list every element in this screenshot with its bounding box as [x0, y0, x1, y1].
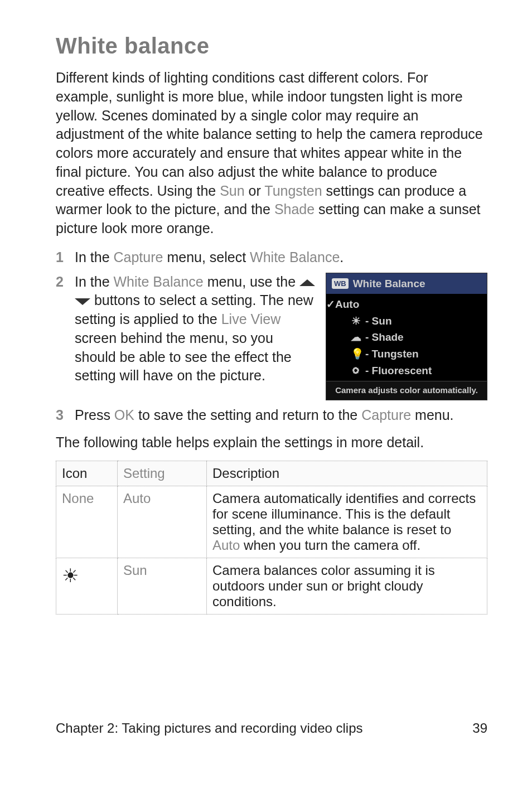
chapter-label: Chapter 2: Taking pictures and recording…: [56, 720, 363, 736]
header-description: Description: [207, 461, 487, 486]
live-view-term: Live View: [221, 311, 281, 327]
auto-term: Auto: [212, 538, 240, 553]
step-text: Press: [75, 407, 114, 423]
shade-term: Shade: [274, 201, 315, 217]
cell-description: Camera automatically identifies and corr…: [207, 486, 487, 558]
sun-term: Sun: [220, 183, 244, 199]
page-number: 39: [472, 720, 487, 736]
settings-table: Icon Setting Description None Auto Camer…: [56, 461, 487, 615]
capture-term: Capture: [361, 407, 411, 423]
header-icon: Icon: [56, 461, 118, 486]
cell-description: Camera balances color assuming it is out…: [207, 558, 487, 615]
intro-text: Different kinds of lighting conditions c…: [56, 70, 483, 199]
cell-icon: None: [56, 486, 118, 558]
tungsten-icon: 💡: [351, 347, 361, 361]
desc-text: when you turn the camera off.: [240, 538, 420, 553]
step-text: menu, use the: [204, 274, 299, 289]
wb-item-label: - Fluorescent: [365, 364, 432, 378]
wb-badge-icon: WB: [332, 278, 349, 289]
page-title: White balance: [56, 33, 487, 59]
page-footer: Chapter 2: Taking pictures and recording…: [56, 720, 487, 736]
sun-icon: ☀: [351, 314, 361, 328]
step-1: In the Capture menu, select White Balanc…: [56, 248, 487, 267]
table-intro: The following table helps explain the se…: [56, 434, 487, 451]
desc-text: Camera balances color assuming it is out…: [212, 563, 435, 609]
arrow-up-icon: [299, 279, 315, 286]
fluorescent-icon: ⭘: [351, 364, 361, 378]
step-text: In the: [75, 249, 114, 265]
table-header-row: Icon Setting Description: [56, 461, 487, 486]
wb-item-sun: ☀ - Sun: [326, 313, 487, 330]
step-3: Press OK to save the setting and return …: [56, 406, 487, 425]
table-row: None Auto Camera automatically identifie…: [56, 486, 487, 558]
cell-setting: Auto: [118, 486, 207, 558]
wb-item-label: - Shade: [365, 330, 404, 345]
step-text: screen behind the menu, so you should be…: [75, 330, 292, 384]
step-text: to save the setting and return to the: [134, 407, 361, 423]
wb-menu-title: White Balance: [353, 277, 425, 291]
wb-item-label: - Sun: [365, 314, 392, 328]
step-2-text: In the White Balance menu, use the butto…: [75, 273, 316, 386]
wb-item-auto: Auto: [326, 296, 487, 313]
capture-term: Capture: [114, 249, 163, 265]
sun-icon: ☀: [62, 566, 79, 585]
table-row: ☀ Sun Camera balances color assuming it …: [56, 558, 487, 615]
wb-item-fluorescent: ⭘ - Fluorescent: [326, 362, 487, 379]
wb-menu-footer: Camera adjusts color automatically.: [326, 381, 487, 399]
step-text: In the: [75, 274, 114, 289]
arrow-down-icon: [75, 298, 90, 305]
intro-paragraph: Different kinds of lighting conditions c…: [56, 69, 487, 238]
tungsten-term: Tungsten: [264, 183, 322, 199]
intro-text: or: [245, 183, 265, 199]
white-balance-term: White Balance: [250, 249, 340, 265]
white-balance-menu-screenshot: WB White Balance Auto ☀ - Sun ☁ - Shade: [326, 273, 487, 400]
desc-text: Camera automatically identifies and corr…: [212, 491, 476, 537]
wb-item-tungsten: 💡 - Tungsten: [326, 346, 487, 362]
step-text: menu, select: [163, 249, 250, 265]
step-text: menu.: [411, 407, 453, 423]
ok-term: OK: [114, 407, 134, 423]
step-text: .: [340, 249, 344, 265]
wb-item-label: Auto: [335, 297, 359, 312]
wb-item-shade: ☁ - Shade: [326, 329, 487, 346]
cell-icon: ☀: [56, 558, 118, 615]
shade-icon: ☁: [351, 330, 361, 345]
wb-menu-header: WB White Balance: [326, 273, 487, 294]
header-setting: Setting: [118, 461, 207, 486]
cell-setting: Sun: [118, 558, 207, 615]
step-2: In the White Balance menu, use the butto…: [56, 273, 487, 400]
wb-menu-items: Auto ☀ - Sun ☁ - Shade 💡 - Tungsten: [326, 294, 487, 381]
wb-item-label: - Tungsten: [365, 347, 419, 361]
white-balance-term: White Balance: [114, 274, 204, 289]
steps-list: In the Capture menu, select White Balanc…: [56, 248, 487, 425]
